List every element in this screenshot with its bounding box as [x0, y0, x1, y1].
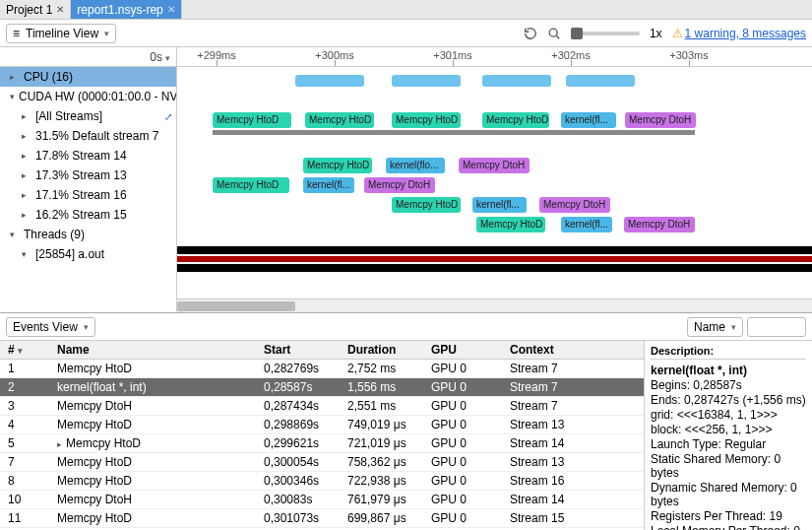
expand-arrow-icon[interactable]: ▸	[22, 131, 31, 141]
timeline-segment[interactable]: kernel(fl...	[561, 112, 616, 128]
chevron-down-icon: ▾	[84, 322, 89, 332]
expand-arrow-icon[interactable]: ▸	[22, 210, 31, 220]
description-line: Dynamic Shared Memory: 0 bytes	[651, 481, 806, 508]
timeline-segment[interactable]: Memcpy HtoD	[305, 112, 374, 128]
tree-row[interactable]: ▸31.5% Default stream 7	[0, 126, 176, 146]
timeline-segment[interactable]: kernel(flo...	[386, 158, 445, 173]
svg-line-1	[556, 35, 559, 38]
description-line: block: <<<256, 1, 1>>>	[651, 423, 806, 436]
timeline-segment[interactable]: Memcpy DtoH	[624, 217, 695, 232]
expand-arrow-icon[interactable]: ▾	[10, 92, 15, 101]
timeline-segment[interactable]: Memcpy HtoD	[392, 112, 461, 128]
description-line: Begins: 0,28587s	[651, 378, 806, 392]
description-line: Local Memory Per Thread: 0 bytes	[651, 524, 806, 530]
column-header[interactable]: Start	[256, 341, 340, 360]
tree-label: 17.3% Stream 13	[35, 168, 127, 182]
tab-report[interactable]: report1.nsys-rep ✕	[71, 0, 181, 19]
column-header[interactable]: Name	[49, 341, 256, 360]
tree-row[interactable]: ▸17.8% Stream 14	[0, 146, 176, 166]
table-row[interactable]: 5▸Memcpy HtoD0,299621s721,019 μsGPU 0Str…	[0, 434, 644, 453]
tree-row[interactable]: ▸17.1% Stream 16	[0, 185, 176, 205]
timeline-segment[interactable]: kernel(fl...	[303, 177, 354, 193]
tree-label: CPU (16)	[24, 70, 73, 84]
timeline-segment[interactable]: Memcpy DtoH	[364, 177, 435, 193]
tree-row[interactable]: ▾[25854] a.out	[0, 244, 176, 264]
table-row[interactable]: 10Memcpy DtoH0,30083s761,979 μsGPU 0Stre…	[0, 491, 644, 509]
zoom-slider[interactable]	[571, 32, 640, 35]
tree-label: 17.1% Stream 16	[35, 188, 127, 202]
events-view-selector[interactable]: Events View ▾	[6, 317, 95, 337]
expand-arrow-icon[interactable]: ▸	[22, 170, 31, 180]
tree-label: 31.5% Default stream 7	[35, 129, 158, 143]
expand-arrow-icon[interactable]: ▸	[22, 190, 31, 200]
expand-arrow-icon[interactable]: ▸	[22, 151, 31, 161]
timeline-tracks[interactable]: Memcpy HtoDMemcpy HtoDMemcpy HtoDMemcpy …	[177, 67, 812, 294]
timeline-segment[interactable]: Memcpy HtoD	[392, 197, 461, 213]
tree-row[interactable]: ▸[All Streams]⤢	[0, 106, 176, 126]
timeline-tracks-panel[interactable]: +299ms+300ms+301ms+302ms+303ms Memcpy Ht…	[177, 47, 812, 312]
expand-arrow-icon[interactable]: ▸	[10, 72, 20, 82]
table-row[interactable]: 2kernel(float *, int)0,28587s1,556 msGPU…	[0, 378, 644, 397]
column-header[interactable]: Context	[502, 341, 644, 360]
bottom-panel: # ▾NameStartDurationGPUContext 1Memcpy H…	[0, 341, 812, 530]
timeline-segment[interactable]: Memcpy DtoH	[539, 197, 610, 213]
timeline-area: 0s ▾ ▸CPU (16)▾CUDA HW (0000:01:00.0 - N…	[0, 47, 812, 313]
events-view-label: Events View	[13, 320, 78, 334]
tree-label: [25854] a.out	[35, 247, 104, 261]
name-filter-input[interactable]	[747, 317, 806, 337]
tab-project[interactable]: Project 1 ✕	[0, 0, 71, 19]
tree-row[interactable]: ▾CUDA HW (0000:01:00.0 - NVI	[0, 87, 176, 106]
table-row[interactable]: 8Memcpy HtoD0,300346s722,938 μsGPU 0Stre…	[0, 472, 644, 491]
tree-label: 16.2% Stream 15	[35, 208, 127, 222]
table-row[interactable]: 7Memcpy HtoD0,300054s758,362 μsGPU 0Stre…	[0, 453, 644, 472]
table-row[interactable]: 11Memcpy HtoD0,301073s699,867 μsGPU 0Str…	[0, 509, 644, 528]
name-filter-field-selector[interactable]: Name ▾	[687, 317, 743, 337]
timeline-segment[interactable]: Memcpy HtoD	[482, 112, 549, 128]
tree-row[interactable]: ▸16.2% Stream 15	[0, 205, 176, 225]
tree-row[interactable]: ▾Threads (9)	[0, 225, 176, 244]
timeline-segment[interactable]: Memcpy HtoD	[303, 158, 372, 173]
column-header[interactable]: Duration	[340, 341, 423, 360]
expand-icon[interactable]: ⤢	[164, 111, 172, 122]
svg-point-0	[549, 29, 557, 36]
description-line: grid: <<<16384, 1, 1>>>	[651, 408, 806, 422]
tree-label: Threads (9)	[24, 228, 85, 241]
refresh-icon[interactable]	[524, 27, 537, 40]
time-origin-cell[interactable]: 0s ▾	[0, 47, 176, 67]
table-row[interactable]: 1Memcpy HtoD0,282769s2,752 msGPU 0Stream…	[0, 360, 644, 378]
cpu-activity-segment[interactable]	[482, 75, 551, 87]
timeline-segment[interactable]: Memcpy HtoD	[476, 217, 545, 232]
expand-arrow-icon[interactable]: ▾	[22, 249, 31, 259]
cpu-activity-segment[interactable]	[295, 75, 364, 87]
description-panel: Description: kernel(float *, int) Begins…	[645, 341, 812, 530]
timeline-segment[interactable]: Memcpy HtoD	[213, 177, 289, 193]
timeline-segment[interactable]: Memcpy HtoD	[213, 112, 291, 128]
column-header[interactable]: # ▾	[0, 341, 49, 360]
column-header[interactable]: GPU	[423, 341, 502, 360]
tab-label: report1.nsys-rep	[77, 3, 162, 17]
tree-label: [All Streams]	[35, 109, 102, 123]
expand-arrow-icon[interactable]: ▾	[10, 230, 20, 239]
timeline-segment[interactable]: Memcpy DtoH	[459, 158, 530, 173]
close-icon[interactable]: ✕	[167, 4, 175, 15]
cpu-activity-segment[interactable]	[566, 75, 635, 87]
view-selector[interactable]: ≡ Timeline View ▾	[6, 24, 116, 43]
horizontal-scrollbar[interactable]	[177, 298, 812, 312]
timeline-segment[interactable]: kernel(fl...	[561, 217, 612, 232]
events-grid-wrap[interactable]: # ▾NameStartDurationGPUContext 1Memcpy H…	[0, 341, 645, 530]
zoom-label: 1x	[650, 27, 662, 40]
table-row[interactable]: 4Memcpy HtoD0,298869s749,019 μsGPU 0Stre…	[0, 416, 644, 434]
search-icon[interactable]	[547, 27, 561, 40]
tree-row[interactable]: ▸17.3% Stream 13	[0, 166, 176, 185]
time-ruler[interactable]: +299ms+300ms+301ms+302ms+303ms	[177, 47, 812, 67]
timeline-segment[interactable]: Memcpy DtoH	[625, 112, 696, 128]
timeline-segment[interactable]: kernel(fl...	[472, 197, 527, 213]
expand-arrow-icon[interactable]: ▸	[22, 111, 31, 121]
cpu-activity-segment[interactable]	[392, 75, 461, 87]
tree-row[interactable]: ▸CPU (16)	[0, 67, 176, 87]
timeline-tree[interactable]: ▸CPU (16)▾CUDA HW (0000:01:00.0 - NVI▸[A…	[0, 67, 176, 312]
warning-link[interactable]: ⚠1 warning, 8 messages	[672, 27, 806, 40]
close-icon[interactable]: ✕	[56, 4, 64, 15]
table-row[interactable]: 3Memcpy DtoH0,287434s2,551 msGPU 0Stream…	[0, 397, 644, 416]
name-filter: Name ▾	[687, 317, 806, 337]
